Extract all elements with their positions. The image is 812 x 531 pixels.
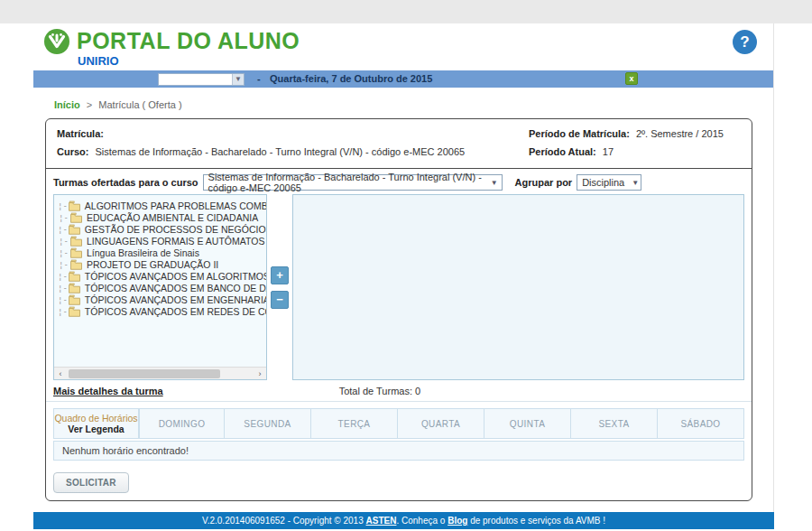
schedule-empty-row: Nenhum horário encontrado!: [53, 441, 744, 461]
course-select-value: Sistemas de Informação - Bacharelado - T…: [208, 172, 484, 193]
tree-expand-icon[interactable]: ¦-: [58, 284, 68, 293]
tree-item-discipline[interactable]: ¦- ALGORITMOS PARA PROBLEMAS COMBINATÓRI…: [58, 200, 266, 211]
tree-item-label: LINGUAGENS FORMAIS E AUTÔMATOS: [87, 236, 264, 247]
tree-expand-icon[interactable]: ¦-: [58, 260, 69, 269]
blog-link[interactable]: Blog: [448, 516, 467, 526]
solicitar-button[interactable]: SOLICITAR: [53, 472, 129, 493]
tree-item-discipline[interactable]: ¦- TÓPICOS AVANÇADOS EM ENGENHARIA DE SO…: [58, 293, 266, 305]
schedule-header-row: Quadro de Horários Ver Legenda DOMINGO S…: [53, 408, 744, 439]
folder-icon: [68, 224, 81, 235]
breadcrumb-current: Matrícula ( Oferta ): [98, 99, 181, 110]
group-by-value: Disciplina: [582, 177, 624, 188]
app-subtitle: UNIRIO: [78, 54, 119, 68]
help-button[interactable]: ?: [733, 30, 757, 54]
tree-item-discipline[interactable]: ¦- LINGUAGENS FORMAIS E AUTÔMATOS: [58, 235, 266, 247]
tree-item-label: TÓPICOS AVANÇADOS EM ALGORITMOS I: [85, 271, 266, 282]
schedule-corner-cell: Quadro de Horários Ver Legenda: [53, 408, 139, 439]
total-classes-value: 0: [415, 386, 420, 396]
enrollment-info-section: Matrícula: Curso: Sistemas de Informação…: [46, 119, 752, 169]
tree-item-discipline[interactable]: ¦- Língua Brasileira de Sinais: [58, 247, 266, 258]
day-label: QUARTA: [421, 419, 460, 429]
schedule-day-header: QUINTA: [484, 408, 571, 439]
tree-item-discipline[interactable]: ¦- PROJETO DE GRADUAÇÃO II: [58, 258, 266, 270]
breadcrumb-separator: >: [87, 99, 92, 110]
day-label: SÁBADO: [680, 419, 720, 429]
tree-expand-icon[interactable]: ¦-: [58, 201, 68, 210]
course-select[interactable]: Sistemas de Informação - Bacharelado - T…: [203, 174, 503, 191]
browser-top-strip: [0, 0, 812, 23]
tree-item-label: GESTÃO DE PROCESSOS DE NEGÓCIOS: [85, 224, 266, 235]
scroll-right-icon[interactable]: ›: [254, 369, 266, 378]
periodo-matricula-label: Período de Matrícula:: [529, 128, 630, 139]
total-classes-label: Total de Turmas:: [339, 386, 412, 396]
view-legend-link[interactable]: Ver Legenda: [68, 424, 124, 434]
day-label: QUINTA: [510, 419, 545, 429]
close-bar-button[interactable]: x: [625, 72, 638, 85]
schedule-title: Quadro de Horários: [54, 413, 137, 424]
schedule-empty-message: Nenhum horário encontrado!: [62, 445, 189, 456]
folder-icon: [69, 236, 83, 247]
tree-item-discipline[interactable]: ¦- TÓPICOS AVANÇADOS EM BANCO DE DADOS I…: [58, 282, 266, 293]
schedule-day-header: DOMINGO: [139, 408, 225, 439]
submit-area: SOLICITAR: [46, 461, 752, 500]
tree-horizontal-scrollbar[interactable]: ‹ ›: [54, 367, 266, 379]
total-classes-text: Total de Turmas: 0: [339, 386, 421, 396]
footer-end: de produtos e serviços da AVMB !: [470, 516, 605, 526]
tree-item-label: TÓPICOS AVANÇADOS EM REDES DE COMPUTADOR…: [85, 306, 266, 317]
tree-expand-icon[interactable]: ¦-: [58, 213, 69, 222]
schedule-day-header: SÁBADO: [658, 408, 744, 439]
chevron-down-icon[interactable]: ▼: [232, 74, 244, 85]
tree-item-discipline[interactable]: ¦- EDUCAÇÃO AMBIENTAL E CIDADANIA: [58, 211, 266, 223]
tree-item-label: TÓPICOS AVANÇADOS EM BANCO DE DADOS II: [85, 283, 266, 293]
folder-icon: [68, 283, 81, 293]
schedule-day-header: SEGUNDA: [225, 408, 311, 439]
scroll-left-icon[interactable]: ‹: [54, 369, 67, 378]
unirio-logo-icon: [43, 28, 70, 55]
breadcrumb: Início > Matrícula ( Oferta ): [33, 88, 773, 118]
chevron-down-icon: ▼: [484, 179, 502, 187]
folder-icon: [69, 259, 83, 270]
breadcrumb-home-link[interactable]: Início: [54, 99, 80, 110]
offers-filter-row: Turmas ofertadas para o curso Sistemas d…: [46, 169, 752, 194]
day-label: TERÇA: [338, 419, 371, 429]
unit-select[interactable]: ▼: [158, 73, 245, 86]
tree-expand-icon[interactable]: ¦-: [58, 272, 68, 281]
disciplines-tree-panel: ¦- ALGORITMOS PARA PROBLEMAS COMBINATÓRI…: [53, 194, 267, 380]
tree-item-discipline[interactable]: ¦- TÓPICOS AVANÇADOS EM ALGORITMOS I: [58, 270, 266, 282]
tree-item-label: TÓPICOS AVANÇADOS EM ENGENHARIA DE SOFTW…: [85, 294, 266, 305]
selected-classes-panel: [292, 194, 744, 380]
asten-link[interactable]: ASTEN: [366, 516, 397, 526]
tree-item-label: PROJETO DE GRADUAÇÃO II: [87, 259, 218, 270]
tree-expand-icon[interactable]: ¦-: [58, 307, 68, 316]
schedule-table: Quadro de Horários Ver Legenda DOMINGO S…: [53, 408, 744, 461]
schedule-day-header: QUARTA: [398, 408, 484, 439]
add-class-button[interactable]: +: [271, 266, 289, 284]
date-dash: -: [257, 73, 261, 84]
offers-label: Turmas ofertadas para o curso: [53, 177, 198, 188]
disciplines-tree-list: ¦- ALGORITMOS PARA PROBLEMAS COMBINATÓRI…: [54, 195, 266, 367]
folder-icon: [69, 212, 83, 223]
matricula-label: Matrícula:: [57, 128, 104, 139]
group-by-label: Agrupar por: [515, 177, 573, 188]
tree-item-discipline[interactable]: ¦- GESTÃO DE PROCESSOS DE NEGÓCIOS: [58, 223, 266, 235]
tree-expand-icon[interactable]: ¦-: [58, 237, 69, 246]
group-by-select[interactable]: Disciplina ▼: [577, 174, 641, 191]
app-footer: V.2.0.201406091652 - Copyright © 2013 AS…: [33, 512, 774, 529]
tree-expand-icon[interactable]: ¦-: [58, 248, 69, 257]
periodo-matricula-value: 2º. Semestre / 2015: [636, 128, 724, 139]
tree-expand-icon[interactable]: ¦-: [58, 225, 68, 234]
schedule-day-header: SEXTA: [571, 408, 658, 439]
tree-item-discipline[interactable]: ¦- TÓPICOS AVANÇADOS EM REDES DE COMPUTA…: [58, 305, 266, 317]
folder-icon: [68, 294, 81, 305]
footer-middle: . Conheça o: [396, 516, 445, 526]
day-label: SEXTA: [598, 419, 629, 429]
remove-class-button[interactable]: −: [271, 291, 289, 309]
app-header: PORTAL DO ALUNO UNIRIO ?: [33, 23, 773, 70]
tree-expand-icon[interactable]: ¦-: [58, 295, 68, 304]
top-blue-bar: ▼ - Quarta-feira, 7 de Outubro de 2015 x: [33, 70, 773, 88]
more-details-link[interactable]: Mais detalhes da turma: [53, 386, 163, 396]
footer-version: V.2.0.201406091652 - Copyright © 2013: [202, 516, 364, 526]
details-total-row: Mais detalhes da turma Total de Turmas: …: [46, 380, 752, 402]
chevron-down-icon: ▼: [624, 179, 642, 187]
scrollbar-thumb[interactable]: [69, 369, 220, 378]
